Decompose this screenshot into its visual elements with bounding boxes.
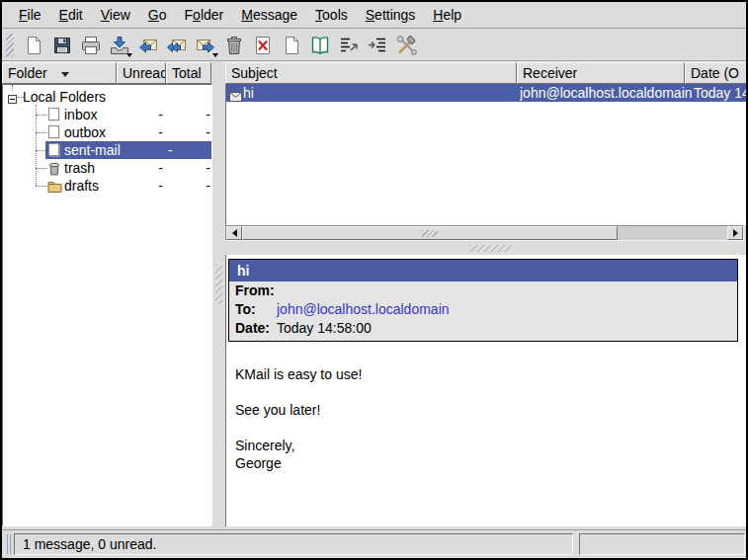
folder-name: outbox bbox=[64, 123, 106, 141]
message-date: Today 14:58:00 bbox=[694, 84, 746, 102]
folder-column-label: Folder bbox=[8, 65, 47, 81]
preview-subject: hi bbox=[229, 260, 737, 281]
unread-count: - bbox=[112, 177, 163, 195]
horizontal-splitter[interactable] bbox=[225, 241, 746, 255]
reply-all-icon bbox=[166, 35, 188, 56]
message-row[interactable]: hijohn@localhost.localdomainToday 14:58:… bbox=[226, 84, 746, 102]
body-line bbox=[235, 419, 740, 437]
subject-column-header[interactable]: Subject bbox=[225, 62, 517, 84]
folder-item-outbox[interactable]: outbox-- bbox=[3, 123, 212, 141]
horizontal-scrollbar[interactable] bbox=[225, 225, 744, 241]
reply-button[interactable] bbox=[134, 32, 161, 58]
forward-button[interactable] bbox=[192, 32, 218, 58]
total-column-header[interactable]: Total bbox=[166, 62, 211, 84]
toolbar-grip[interactable] bbox=[6, 34, 14, 57]
folder-item-trash[interactable]: trash-- bbox=[3, 159, 212, 177]
vertical-splitter[interactable] bbox=[212, 62, 225, 526]
address-book-button[interactable] bbox=[306, 32, 333, 58]
delete-button[interactable] bbox=[249, 32, 276, 58]
print-icon bbox=[80, 35, 102, 56]
reply-all-button[interactable] bbox=[163, 32, 190, 58]
trash-icon bbox=[223, 35, 245, 56]
folder-root-row[interactable]: Local Folders bbox=[3, 88, 212, 106]
thumb-grip-icon bbox=[422, 230, 438, 237]
mark-message-button[interactable] bbox=[335, 32, 362, 58]
folder-tree-pane: Local Foldersinbox--outbox--sent-mail-1t… bbox=[2, 84, 212, 526]
folder-item-inbox[interactable]: inbox-- bbox=[3, 106, 212, 123]
menu-help[interactable]: Help bbox=[424, 2, 470, 29]
message-body: KMail is easy to use! See you later! Sin… bbox=[235, 365, 740, 472]
envelope-icon bbox=[229, 92, 242, 102]
statusbar-grip-icon bbox=[7, 534, 12, 554]
menu-message[interactable]: Message bbox=[232, 2, 306, 29]
status-message-panel: 1 message, 0 unread. bbox=[14, 533, 573, 555]
document-icon bbox=[47, 143, 61, 158]
triangle-left-icon bbox=[232, 229, 237, 237]
status-bar: 1 message, 0 unread. bbox=[2, 530, 746, 558]
move-to-trash-button[interactable] bbox=[220, 32, 247, 58]
scroll-left-button[interactable] bbox=[226, 226, 242, 240]
mark-message-icon bbox=[338, 35, 360, 56]
new-note-button[interactable] bbox=[278, 32, 304, 58]
menu-tools[interactable]: Tools bbox=[306, 2, 357, 29]
menu-file[interactable]: File bbox=[10, 2, 50, 29]
configure-icon bbox=[395, 35, 417, 56]
menu-settings[interactable]: Settings bbox=[357, 2, 425, 29]
menu-edit[interactable]: Edit bbox=[50, 2, 92, 29]
scrollbar-thumb[interactable] bbox=[242, 226, 618, 240]
header-label: Date: bbox=[235, 319, 277, 338]
header-label: From: bbox=[235, 281, 277, 300]
body-line: Sincerely, bbox=[235, 437, 740, 454]
header-row: From: bbox=[229, 281, 737, 300]
message-header-box: hi From:To:john@localhost.localdomainDat… bbox=[228, 259, 738, 342]
check-mail-button[interactable] bbox=[106, 32, 132, 58]
sort-arrow-icon bbox=[61, 72, 69, 77]
receiver-column-header[interactable]: Receiver bbox=[517, 62, 685, 84]
message-list: hijohn@localhost.localdomainToday 14:58:… bbox=[225, 84, 746, 225]
trash-icon bbox=[47, 161, 61, 176]
folder-column-header[interactable]: Folder bbox=[2, 62, 117, 84]
unread-count: - bbox=[112, 159, 163, 177]
body-line bbox=[235, 383, 740, 401]
date-column-header[interactable]: Date (O bbox=[685, 62, 748, 84]
triangle-right-icon bbox=[733, 229, 738, 237]
menu-go[interactable]: Go bbox=[139, 2, 176, 29]
print-button[interactable] bbox=[77, 32, 104, 58]
folder-name: drafts bbox=[64, 177, 99, 195]
header-label: To: bbox=[235, 300, 277, 319]
delete-icon bbox=[252, 35, 274, 56]
menu-view[interactable]: View bbox=[92, 2, 139, 29]
body-line: George bbox=[235, 454, 740, 472]
unread-column-header[interactable]: Unread bbox=[117, 62, 166, 84]
configure-button[interactable] bbox=[392, 32, 419, 58]
mark-thread-button[interactable] bbox=[364, 32, 390, 58]
folder-name: inbox bbox=[64, 106, 97, 123]
save-as-button[interactable] bbox=[48, 32, 75, 58]
document-icon bbox=[47, 108, 61, 122]
folder-name: sent-mail bbox=[64, 142, 121, 158]
new-message-icon bbox=[23, 35, 44, 56]
total-count: - bbox=[165, 177, 210, 195]
folder-item-drafts[interactable]: drafts-- bbox=[3, 177, 212, 195]
document-icon bbox=[47, 125, 61, 140]
recipient-link[interactable]: john@localhost.localdomain bbox=[277, 301, 450, 317]
new-message-button[interactable] bbox=[20, 32, 46, 58]
splitter-grip-icon bbox=[215, 265, 222, 304]
note-icon bbox=[281, 35, 302, 56]
tree-expander-icon[interactable] bbox=[8, 95, 17, 104]
body-line: KMail is easy to use! bbox=[235, 365, 740, 383]
menu-folder[interactable]: Folder bbox=[176, 2, 233, 29]
header-row: Date:Today 14:58:00 bbox=[229, 319, 737, 338]
folder-item-sent-mail[interactable]: sent-mail-1 bbox=[3, 141, 212, 159]
toolbar bbox=[2, 30, 746, 61]
unread-count: - bbox=[168, 142, 173, 158]
splitter-grip-icon bbox=[469, 245, 511, 252]
message-receiver: john@localhost.localdomain bbox=[520, 84, 693, 102]
status-text: 1 message, 0 unread. bbox=[23, 536, 156, 552]
message-preview-pane: hi From:To:john@localhost.localdomainDat… bbox=[225, 255, 746, 526]
unread-count: - bbox=[112, 106, 163, 123]
scroll-right-button[interactable] bbox=[727, 226, 743, 240]
dropdown-arrow-icon bbox=[212, 53, 218, 57]
reply-icon bbox=[137, 35, 159, 56]
address-book-icon bbox=[309, 35, 331, 56]
